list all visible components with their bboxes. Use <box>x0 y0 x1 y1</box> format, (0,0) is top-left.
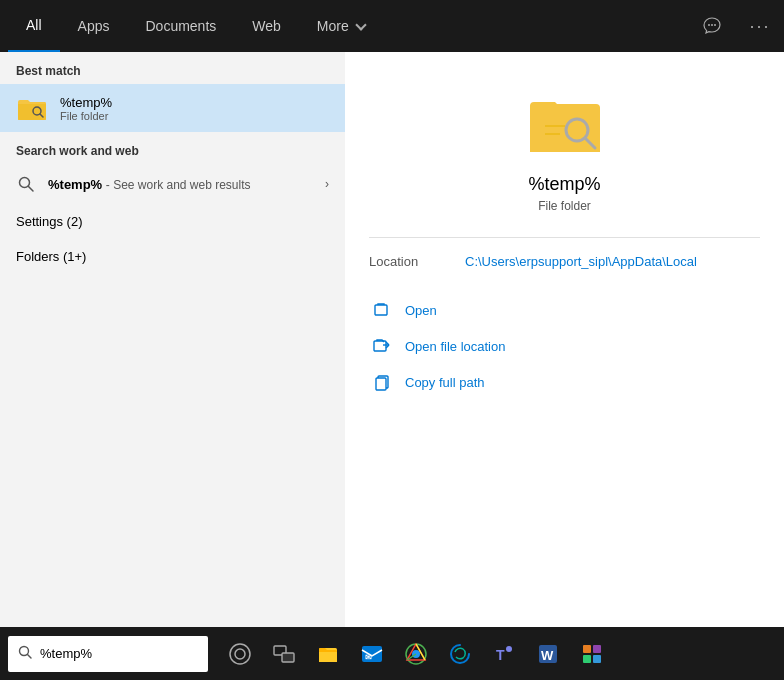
location-link[interactable]: C:\Users\erpsupport_sipl\AppData\Local <box>465 254 697 269</box>
best-match-title: %temp% <box>60 95 112 110</box>
divider <box>369 237 760 238</box>
open-icon <box>373 301 391 319</box>
word-icon[interactable]: W <box>528 627 568 680</box>
task-view-icon[interactable] <box>264 627 304 680</box>
svg-rect-15 <box>374 341 386 351</box>
best-match-text: %temp% File folder <box>60 95 112 122</box>
top-nav: All Apps Documents Web More ··· <box>0 0 784 52</box>
folder-icon <box>16 92 48 124</box>
taskbar: %temp% ✉ <box>0 627 784 680</box>
taskbar-icons: ✉ T <box>220 627 612 680</box>
svg-rect-39 <box>593 655 601 663</box>
taskbar-search[interactable]: %temp% <box>8 636 208 672</box>
svg-rect-20 <box>376 378 386 390</box>
teams-icon[interactable]: T <box>484 627 524 680</box>
svg-point-24 <box>235 649 245 659</box>
action-list: Open Open file location <box>369 293 760 399</box>
tab-web[interactable]: Web <box>234 0 299 52</box>
svg-point-33 <box>506 646 512 652</box>
svg-rect-4 <box>18 102 46 120</box>
left-panel: Best match %temp% File folder S <box>0 52 345 679</box>
right-panel: %temp% File folder Location C:\Users\erp… <box>345 52 784 679</box>
nav-icons: ··· <box>696 10 776 42</box>
feedback-icon[interactable] <box>696 10 728 42</box>
tab-more[interactable]: More <box>299 0 383 52</box>
open-file-location-label: Open file location <box>405 339 505 354</box>
tab-all[interactable]: All <box>8 0 60 52</box>
main-content: Best match %temp% File folder S <box>0 52 784 679</box>
svg-line-22 <box>28 655 32 659</box>
svg-rect-38 <box>583 655 591 663</box>
copy-full-path-label: Copy full path <box>405 375 485 390</box>
taskbar-search-icon <box>18 645 32 662</box>
svg-line-8 <box>29 187 34 192</box>
svg-text:W: W <box>541 648 554 663</box>
taskbar-search-text: %temp% <box>40 646 92 661</box>
open-label: Open <box>405 303 437 318</box>
best-match-subtitle: File folder <box>60 110 112 122</box>
svg-rect-14 <box>375 305 387 315</box>
item-name: %temp% <box>528 174 600 195</box>
folders-row[interactable]: Folders (1+) <box>0 239 345 274</box>
svg-text:T: T <box>496 647 505 663</box>
explorer-icon[interactable] <box>308 627 348 680</box>
search-loop-icon <box>16 174 36 194</box>
file-location-icon <box>373 337 391 355</box>
svg-rect-37 <box>593 645 601 653</box>
search-web-item[interactable]: %temp% - See work and web results › <box>0 164 345 204</box>
open-action[interactable]: Open <box>369 293 760 327</box>
outlook-icon[interactable]: ✉ <box>352 627 392 680</box>
svg-point-23 <box>230 644 250 664</box>
large-folder-icon <box>525 82 605 162</box>
best-match-item[interactable]: %temp% File folder <box>0 84 345 132</box>
svg-point-1 <box>711 24 713 26</box>
tab-apps[interactable]: Apps <box>60 0 128 52</box>
location-row: Location C:\Users\erpsupport_sipl\AppDat… <box>369 254 760 269</box>
item-type: File folder <box>538 199 591 213</box>
search-web-text: %temp% - See work and web results <box>48 177 313 192</box>
svg-text:✉: ✉ <box>365 653 372 662</box>
chrome-icon[interactable] <box>396 627 436 680</box>
svg-rect-26 <box>282 653 294 662</box>
edge-icon[interactable] <box>440 627 480 680</box>
search-work-web-label: Search work and web <box>0 132 345 164</box>
settings-row[interactable]: Settings (2) <box>0 204 345 239</box>
best-match-label: Best match <box>0 52 345 84</box>
chevron-down-icon <box>355 19 366 30</box>
copy-icon <box>373 373 391 391</box>
chevron-right-icon: › <box>325 177 329 191</box>
tab-documents[interactable]: Documents <box>127 0 234 52</box>
open-file-location-action[interactable]: Open file location <box>369 329 760 363</box>
svg-rect-36 <box>583 645 591 653</box>
more-options-icon[interactable]: ··· <box>744 10 776 42</box>
copy-full-path-action[interactable]: Copy full path <box>369 365 760 399</box>
svg-point-0 <box>708 24 710 26</box>
location-label: Location <box>369 254 449 269</box>
extra-taskbar-icon[interactable] <box>572 627 612 680</box>
cortana-icon[interactable] <box>220 627 260 680</box>
svg-point-2 <box>714 24 716 26</box>
